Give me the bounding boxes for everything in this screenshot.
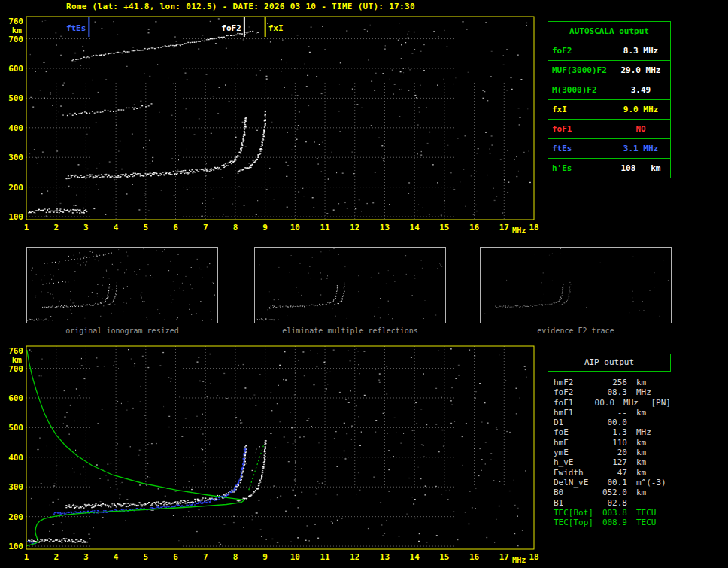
aip-parameter-value: 110 <box>600 438 627 448</box>
svg-text:1: 1 <box>24 552 29 562</box>
plot-border <box>26 346 534 549</box>
aip-parameter-name: hmF1 <box>554 408 600 418</box>
topside-extrapolation <box>249 445 264 490</box>
aip-row: B1 02.8 <box>554 498 671 508</box>
aip-row: h_vE 127 km <box>554 457 671 467</box>
svg-text:8: 8 <box>233 223 238 232</box>
autoscala-parameter-label: M(3000)F2 <box>548 80 611 99</box>
svg-text:9: 9 <box>262 223 268 232</box>
aip-parameter-flag: [PN] <box>651 398 671 408</box>
autoscala-row: foF2 8.3 MHz <box>548 41 670 60</box>
echo-traces <box>26 440 267 544</box>
aip-row: foF1 00.0 MHz [PN] <box>554 398 671 408</box>
svg-text:700: 700 <box>8 35 23 44</box>
svg-text:15: 15 <box>439 223 449 232</box>
svg-text:13: 13 <box>380 552 390 562</box>
aip-parameter-name: DelN_vE <box>554 478 600 488</box>
svg-text:7: 7 <box>203 552 208 562</box>
autoscala-parameter-label: h'Es <box>548 159 611 178</box>
svg-text:10: 10 <box>290 552 300 562</box>
autoscala-row: fxI 9.0 MHz <box>548 99 670 119</box>
autoscala-row: MUF(3000)F2 29.0 MHz <box>548 60 670 80</box>
svg-text:300: 300 <box>8 153 23 163</box>
aip-row: hmF2 256 km <box>554 378 671 387</box>
svg-text:3: 3 <box>83 223 89 232</box>
thumbnail-eliminate-reflections-plot <box>255 248 445 323</box>
svg-text:13: 13 <box>380 223 390 232</box>
svg-text:14: 14 <box>410 223 420 232</box>
svg-text:17: 17 <box>499 552 509 562</box>
aip-parameter-unit: km <box>636 468 669 478</box>
aip-parameter-name: hmF2 <box>554 378 600 387</box>
thumbnail-original-ionogram <box>26 247 218 323</box>
aip-parameter-name: TEC[Top] <box>554 518 600 527</box>
thumbnail-caption-evidence: evidence F2 trace <box>480 327 672 335</box>
aip-row: hmE 110 km <box>554 438 671 448</box>
aip-row: D1 00.0 <box>554 418 671 427</box>
aip-row: TEC[Bot] 003.8 TECU <box>554 508 671 518</box>
autoscala-row: h'Es 108 km <box>548 158 670 178</box>
svg-text:6: 6 <box>173 552 178 562</box>
autoscala-parameter-label: fxI <box>548 100 611 119</box>
aip-parameter-value: 256 <box>600 378 627 387</box>
y-axis-unit: km <box>12 26 23 35</box>
svg-text:16: 16 <box>469 552 480 562</box>
aip-parameter-value: 008.9 <box>600 518 627 527</box>
aip-parameter-value: 00.1 <box>600 478 627 488</box>
autoscala-parameter-value: 3.1 MHz <box>611 139 670 158</box>
svg-text:1: 1 <box>24 223 29 232</box>
aip-row: DelN_vE 00.1 m^(-3) <box>554 478 671 488</box>
aip-parameter-name: hmE <box>554 438 600 448</box>
aip-parameter-value: 20 <box>600 448 627 457</box>
aip-parameter-name: Ewidth <box>554 468 600 478</box>
aip-parameter-unit: MHz <box>623 398 651 408</box>
aip-parameter-name: B1 <box>554 498 600 508</box>
x-axis-unit: MHz <box>512 226 526 235</box>
echo-traces <box>28 31 266 214</box>
aip-parameter-name: ymE <box>554 448 600 457</box>
aip-parameter-unit <box>636 418 669 427</box>
aip-row: foE 1.3 MHz <box>554 427 671 437</box>
svg-text:100: 100 <box>8 212 23 222</box>
svg-text:700: 700 <box>8 364 23 374</box>
svg-text:3: 3 <box>83 552 89 562</box>
page-title: Rome (lat: +41.8, lon: 012.5) - DATE: 20… <box>66 2 415 11</box>
aip-row: TEC[Top] 008.9 TECU <box>554 518 671 527</box>
svg-text:4: 4 <box>114 223 119 232</box>
aip-parameter-unit: km <box>636 378 669 387</box>
aip-row: B0 052.0 km <box>554 488 671 497</box>
svg-text:11: 11 <box>320 552 330 562</box>
autoscala-window: Rome (lat: +41.8, lon: 012.5) - DATE: 20… <box>0 0 728 568</box>
aip-parameter-name: D1 <box>554 418 600 427</box>
svg-text:9: 9 <box>262 552 268 562</box>
svg-text:4: 4 <box>114 552 119 562</box>
aip-parameter-unit: km <box>636 448 669 457</box>
autoscala-parameter-label: foF2 <box>548 41 611 60</box>
y-axis-unit: km <box>12 355 23 365</box>
aip-parameter-name: foF1 <box>554 398 592 408</box>
aip-row: hmF1 -- km <box>554 408 671 418</box>
autoscala-row: ftEs 3.1 MHz <box>548 138 670 158</box>
autoscala-row: M(3000)F2 3.49 <box>548 80 670 99</box>
thumbnail-original-ionogram-plot <box>27 248 217 323</box>
autoscala-parameter-label: MUF(3000)F2 <box>548 61 611 80</box>
autoscala-row: foF1 NO <box>548 119 670 138</box>
thumbnail-caption-eliminate: eliminate multiple reflections <box>254 327 446 335</box>
marker-label-fxI: fxI <box>268 23 284 33</box>
svg-text:200: 200 <box>8 183 23 193</box>
aip-parameter-name: B0 <box>554 488 600 497</box>
svg-text:300: 300 <box>8 482 23 492</box>
top-ionogram-chart: ftEsfoF2fxI123456789101112131415161718MH… <box>0 14 545 236</box>
autoscala-parameter-label: foF1 <box>548 120 611 138</box>
aip-parameter-unit <box>636 498 669 508</box>
marker-label-ftEs: ftEs <box>66 23 86 33</box>
svg-text:7: 7 <box>203 223 208 232</box>
svg-text:11: 11 <box>320 223 330 232</box>
svg-text:5: 5 <box>144 552 149 562</box>
aip-parameter-unit: MHz <box>636 387 669 397</box>
aip-parameter-name: foF2 <box>554 387 600 397</box>
aip-parameter-value: 02.8 <box>600 498 627 508</box>
x-axis-unit: MHz <box>512 556 526 564</box>
aip-parameter-name: foE <box>554 427 600 437</box>
autoscala-parameter-value: 108 km <box>611 159 670 178</box>
